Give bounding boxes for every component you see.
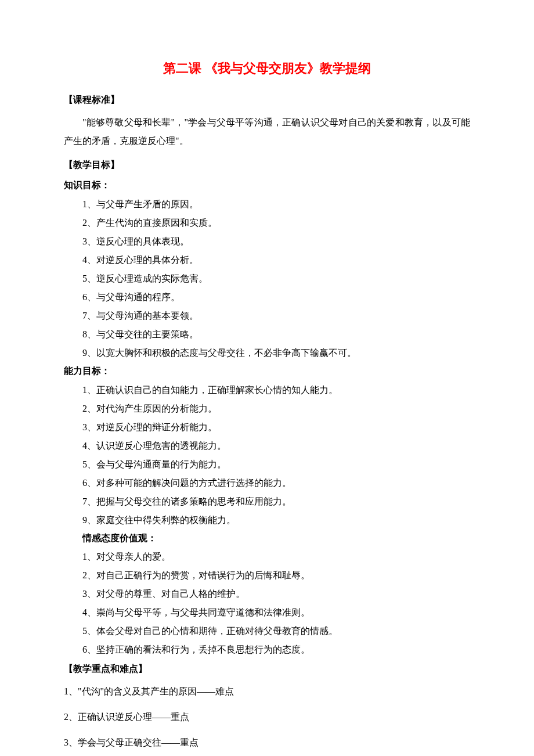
list-item: 3、对父母的尊重、对自己人格的维护。	[82, 586, 470, 602]
list-item: 1、正确认识自己的自知能力，正确理解家长心情的知人能力。	[82, 382, 470, 398]
list-item: 3、逆反心理的具体表现。	[82, 233, 470, 250]
document-title: 第二课 《我与父母交朋友》教学提纲	[64, 58, 470, 78]
knowledge-list: 1、与父母产生矛盾的原因。 2、产生代沟的直接原因和实质。 3、逆反心理的具体表…	[64, 196, 470, 361]
list-item: 4、崇尚与父母平等，与父母共同遵守道德和法律准则。	[82, 604, 470, 621]
list-item: 6、对多种可能的解决问题的方式进行选择的能力。	[82, 475, 470, 491]
list-item: 4、对逆反心理的具体分析。	[82, 252, 470, 268]
list-item: 4、认识逆反心理危害的透视能力。	[82, 438, 470, 454]
list-item: 1、"代沟"的含义及其产生的原因——难点	[64, 682, 470, 701]
list-item: 1、与父母产生矛盾的原因。	[82, 196, 470, 213]
list-item: 6、与父母沟通的程序。	[82, 289, 470, 305]
list-item: 7、把握与父母交往的诸多策略的思考和应用能力。	[82, 494, 470, 510]
ability-header: 能力目标：	[64, 363, 470, 379]
standard-header: 【课程标准】	[64, 92, 470, 107]
list-item: 3、对逆反心理的辩证分析能力。	[82, 419, 470, 435]
emotion-list: 1、对父母亲人的爱。 2、对自己正确行为的赞赏，对错误行为的后悔和耻辱。 3、对…	[64, 549, 470, 658]
list-item: 5、逆反心理造成的实际危害。	[82, 271, 470, 287]
focus-list: 1、"代沟"的含义及其产生的原因——难点 2、正确认识逆反心理——重点 3、学会…	[64, 682, 470, 752]
list-item: 6、坚持正确的看法和行为，丢掉不良思想行为的态度。	[82, 642, 470, 658]
list-item: 2、对自己正确行为的赞赏，对错误行为的后悔和耻辱。	[82, 567, 470, 584]
standard-content: "能够尊敬父母和长辈"，"学会与父母平等沟通，正确认识父母对自己的关爱和教育，以…	[64, 113, 470, 150]
list-item: 9、家庭交往中得失利弊的权衡能力。	[82, 512, 470, 528]
list-item: 9、以宽大胸怀和积极的态度与父母交往，不必非争高下输赢不可。	[82, 345, 470, 361]
list-item: 2、对代沟产生原因的分析能力。	[82, 401, 470, 417]
focus-header: 【教学重点和难点】	[64, 661, 470, 676]
list-item: 3、学会与父母正确交往——重点	[64, 733, 470, 752]
list-item: 1、对父母亲人的爱。	[82, 549, 470, 565]
list-item: 2、产生代沟的直接原因和实质。	[82, 215, 470, 231]
list-item: 7、与父母沟通的基本要领。	[82, 308, 470, 324]
knowledge-header: 知识目标：	[64, 178, 470, 193]
list-item: 5、会与父母沟通商量的行为能力。	[82, 456, 470, 473]
list-item: 2、正确认识逆反心理——重点	[64, 708, 470, 726]
emotion-header: 情感态度价值观：	[64, 531, 470, 546]
objectives-header: 【教学目标】	[64, 157, 470, 172]
ability-list: 1、正确认识自己的自知能力，正确理解家长心情的知人能力。 2、对代沟产生原因的分…	[64, 382, 470, 528]
list-item: 5、体会父母对自己的心情和期待，正确对待父母教育的情感。	[82, 623, 470, 639]
list-item: 8、与父母交往的主要策略。	[82, 326, 470, 343]
